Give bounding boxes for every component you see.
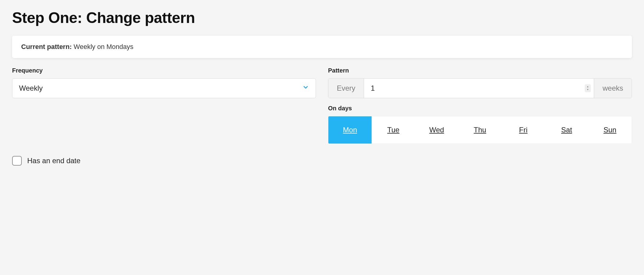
- frequency-label: Frequency: [12, 67, 316, 74]
- frequency-column: Frequency Weekly: [12, 67, 316, 144]
- end-date-checkbox[interactable]: [12, 156, 22, 166]
- day-button-mon[interactable]: Mon: [328, 116, 372, 144]
- pattern-label: Pattern: [328, 67, 632, 74]
- day-button-sat[interactable]: Sat: [545, 116, 588, 144]
- end-date-label: Has an end date: [27, 157, 80, 165]
- current-pattern-card: Current pattern: Weekly on Mondays: [12, 36, 632, 58]
- day-button-thu[interactable]: Thu: [458, 116, 502, 144]
- pattern-suffix-addon: weeks: [594, 79, 632, 98]
- pattern-column: Pattern Every ▲▼ weeks On days MonTueWed…: [328, 67, 632, 144]
- frequency-select[interactable]: Weekly: [12, 78, 316, 98]
- days-row: MonTueWedThuFriSatSun: [328, 116, 632, 144]
- pattern-number-input[interactable]: [364, 79, 594, 98]
- current-pattern-value: Weekly on Mondays: [74, 43, 134, 50]
- end-date-row: Has an end date: [12, 156, 632, 166]
- current-pattern-label: Current pattern:: [21, 43, 72, 50]
- on-days-label: On days: [328, 105, 632, 112]
- frequency-selected-value: Weekly: [19, 84, 43, 92]
- pattern-input-group: Every ▲▼ weeks: [328, 78, 632, 98]
- pattern-prefix-addon: Every: [328, 79, 364, 98]
- pattern-number-wrap: ▲▼: [364, 79, 594, 98]
- stepper-icon[interactable]: ▲▼: [585, 84, 591, 92]
- day-button-fri[interactable]: Fri: [502, 116, 545, 144]
- day-button-sun[interactable]: Sun: [588, 116, 632, 144]
- chevron-down-icon: [302, 84, 309, 92]
- day-button-wed[interactable]: Wed: [415, 116, 458, 144]
- day-button-tue[interactable]: Tue: [372, 116, 415, 144]
- page-title: Step One: Change pattern: [12, 9, 632, 27]
- form-row: Frequency Weekly Pattern Every ▲▼ weeks …: [12, 67, 632, 144]
